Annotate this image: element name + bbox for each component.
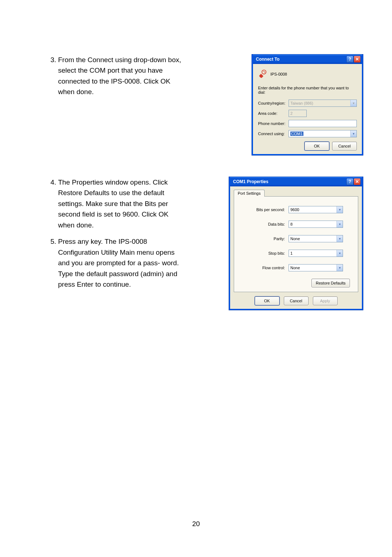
apply-button: Apply xyxy=(313,296,338,305)
com1-title: COM1 Properties xyxy=(233,179,346,184)
help-icon[interactable]: ? xyxy=(347,56,353,62)
close-icon[interactable]: ✕ xyxy=(354,56,360,62)
connect-to-titlebar: Connect To ? ✕ xyxy=(253,55,362,64)
chevron-down-icon: ▾ xyxy=(350,100,356,106)
step-4-text: The Properties window opens. Click Resto… xyxy=(58,177,185,230)
step-3-text: From the Connect using drop-down box, se… xyxy=(58,55,185,97)
connect-to-title: Connect To xyxy=(256,57,346,62)
step-5-text: Press any key. The IPS-0008 Configuratio… xyxy=(58,236,185,290)
parity-label: Parity: xyxy=(242,237,285,241)
country-select: Taiwan (886) ▾ xyxy=(289,100,357,107)
connect-instruction: Enter details for the phone number that … xyxy=(258,86,357,94)
connect-to-dialog: Connect To ? ✕ IPS-0008 xyxy=(252,55,363,155)
chevron-down-icon[interactable]: ▾ xyxy=(336,206,343,213)
connection-name: IPS-0008 xyxy=(270,72,287,76)
page-number: 20 xyxy=(0,520,392,528)
stopbits-label: Stop bits: xyxy=(242,251,285,255)
bps-select[interactable]: 9600 ▾ xyxy=(289,206,343,213)
chevron-down-icon[interactable]: ▾ xyxy=(350,130,356,137)
area-code-label: Area code: xyxy=(258,111,289,116)
tab-port-settings[interactable]: Port Settings xyxy=(234,190,265,197)
chevron-down-icon[interactable]: ▾ xyxy=(336,235,343,242)
databits-select[interactable]: 8 ▾ xyxy=(289,221,343,228)
com1-titlebar: COM1 Properties ? ✕ xyxy=(230,177,362,186)
stopbits-select[interactable]: 1 ▾ xyxy=(289,250,343,257)
flow-select[interactable]: None ▾ xyxy=(289,264,343,271)
help-icon[interactable]: ? xyxy=(347,178,353,185)
parity-select[interactable]: None ▾ xyxy=(289,235,343,242)
ok-button[interactable]: OK xyxy=(305,142,329,150)
com1-properties-dialog: COM1 Properties ? ✕ Port Settings Bits p… xyxy=(229,177,363,310)
connect-using-select[interactable]: COM1 ▾ xyxy=(289,130,357,137)
ok-button[interactable]: OK xyxy=(255,296,279,305)
chevron-down-icon[interactable]: ▾ xyxy=(336,250,343,257)
cancel-button[interactable]: Cancel xyxy=(332,142,357,150)
port-settings-panel: Bits per second: 9600 ▾ Data bits: 8 ▾ xyxy=(234,196,358,292)
cancel-button[interactable]: Cancel xyxy=(284,296,309,305)
close-icon[interactable]: ✕ xyxy=(354,178,360,185)
databits-label: Data bits: xyxy=(242,222,285,226)
flow-label: Flow control: xyxy=(242,266,285,270)
country-label: Country/region: xyxy=(258,101,289,105)
restore-defaults-button[interactable]: Restore Defaults xyxy=(311,279,350,287)
chevron-down-icon[interactable]: ▾ xyxy=(336,221,343,227)
area-code-input: 2 xyxy=(289,110,307,117)
connect-using-label: Connect using: xyxy=(258,132,289,136)
bps-label: Bits per second: xyxy=(242,207,285,212)
svg-point-0 xyxy=(262,70,266,74)
phone-number-input[interactable] xyxy=(289,120,357,127)
phone-icon xyxy=(258,69,268,79)
phone-number-label: Phone number: xyxy=(258,121,289,126)
chevron-down-icon[interactable]: ▾ xyxy=(336,265,343,271)
